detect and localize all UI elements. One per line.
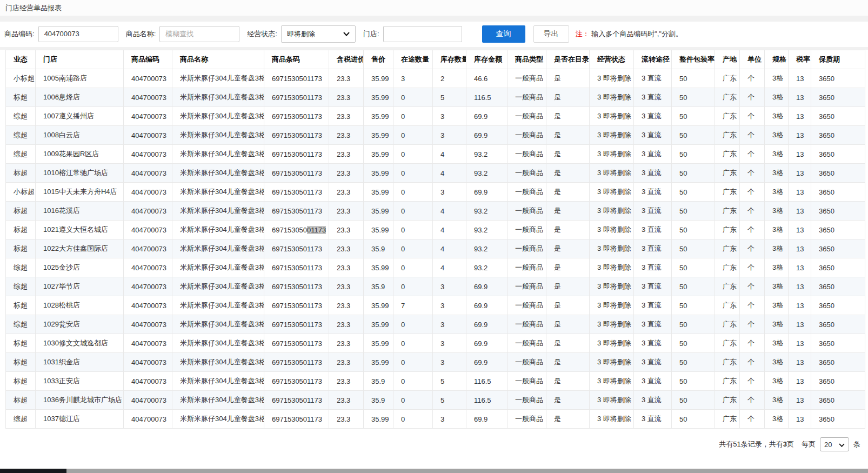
cell-type: 一般商品 bbox=[508, 107, 546, 126]
cell-in_transit: 0 bbox=[393, 164, 433, 183]
cell-channel: 3 直流 bbox=[634, 334, 672, 353]
status-select[interactable]: 即将删除 bbox=[281, 25, 356, 43]
cell-price: 35.99 bbox=[364, 183, 393, 202]
status-select-value: 即将删除 bbox=[287, 29, 315, 39]
table-row: 综超1008白云店404700073米斯米豚仔304儿童餐盘3格69715305… bbox=[6, 126, 865, 145]
table-row: 小标超1015中天未来方舟H4店404700073米斯米豚仔304儿童餐盘3格6… bbox=[6, 183, 865, 202]
cell-status: 3 即将删除 bbox=[590, 372, 634, 391]
cell-in_catalog: 是 bbox=[546, 69, 590, 88]
pagination-bar: 共有51条记录，共有3页 每页 20 条 bbox=[0, 437, 868, 451]
table-row: 标超1010榕江常驰广场店404700073米斯米豚仔304儿童餐盘3格6971… bbox=[6, 164, 865, 183]
cell-name: 米斯米豚仔304儿童餐盘3格 bbox=[172, 391, 264, 410]
note-prefix: 注： bbox=[576, 30, 590, 38]
cell-tax: 13 bbox=[789, 391, 811, 410]
cell-price_in: 23.3 bbox=[329, 239, 364, 258]
cell-shelf_life: 3650 bbox=[811, 372, 865, 391]
cell-stock_amt: 46.6 bbox=[466, 69, 508, 88]
cell-tax: 13 bbox=[789, 410, 811, 429]
search-button[interactable]: 查询 bbox=[482, 25, 525, 43]
cell-type: 一般商品 bbox=[508, 239, 546, 258]
cell-shelf_life: 3650 bbox=[811, 145, 865, 164]
cell-in_transit: 0 bbox=[393, 145, 433, 164]
cell-unit: 个 bbox=[740, 107, 765, 126]
cell-type: 一般商品 bbox=[508, 202, 546, 221]
per-page-select[interactable]: 20 bbox=[820, 437, 849, 451]
cell-in_catalog: 是 bbox=[546, 277, 590, 296]
column-header-shelf_life: 保质期 bbox=[811, 50, 865, 69]
cell-unit: 个 bbox=[740, 372, 765, 391]
cell-shelf_life: 3650 bbox=[811, 221, 865, 239]
cell-price_in: 23.3 bbox=[329, 126, 364, 145]
cell-unit: 个 bbox=[740, 296, 765, 315]
cell-code: 404700073 bbox=[124, 315, 172, 334]
cell-unit: 个 bbox=[740, 334, 765, 353]
cell-stock_qty: 4 bbox=[433, 164, 466, 183]
table-row: 综超1029瓮安店404700073米斯米豚仔304儿童餐盘3格69715305… bbox=[6, 315, 865, 334]
cell-spec: 3格 bbox=[765, 221, 789, 239]
cell-name: 米斯米豚仔304儿童餐盘3格 bbox=[172, 258, 264, 277]
cell-channel: 3 直流 bbox=[634, 410, 672, 429]
horizontal-scrollbar-track[interactable] bbox=[0, 469, 868, 473]
cell-unit: 个 bbox=[740, 145, 765, 164]
cell-barcode: 6971530501173 bbox=[264, 277, 329, 296]
cell-price_in: 23.3 bbox=[329, 315, 364, 334]
column-header-type: 商品类型 bbox=[508, 50, 546, 69]
selected-text: 01173 bbox=[307, 226, 326, 234]
cell-in_catalog: 是 bbox=[546, 315, 590, 334]
cell-status: 3 即将删除 bbox=[590, 391, 634, 410]
cell-name: 米斯米豚仔304儿童餐盘3格 bbox=[172, 372, 264, 391]
cell-yetai: 标超 bbox=[6, 353, 36, 372]
cell-barcode: 6971530501173 bbox=[264, 372, 329, 391]
cell-price_in: 23.3 bbox=[329, 410, 364, 429]
cell-type: 一般商品 bbox=[508, 164, 546, 183]
cell-status: 3 即将删除 bbox=[590, 334, 634, 353]
cell-code: 404700073 bbox=[124, 126, 172, 145]
cell-in_catalog: 是 bbox=[546, 353, 590, 372]
cell-shelf_life: 3650 bbox=[811, 258, 865, 277]
cell-price_in: 23.3 bbox=[329, 372, 364, 391]
cell-price: 35.99 bbox=[364, 107, 393, 126]
cell-shelf_life: 3650 bbox=[811, 410, 865, 429]
cell-store: 1033正安店 bbox=[36, 372, 124, 391]
horizontal-scrollbar-thumb[interactable] bbox=[0, 469, 66, 473]
cell-unit: 个 bbox=[740, 202, 765, 221]
cell-stock_amt: 93.2 bbox=[466, 202, 508, 221]
cell-barcode: 6971530501173 bbox=[264, 239, 329, 258]
cell-price: 35.9 bbox=[364, 277, 393, 296]
cell-name: 米斯米豚仔304儿童餐盘3格 bbox=[172, 183, 264, 202]
product-code-input[interactable] bbox=[38, 26, 118, 42]
cell-tax: 13 bbox=[789, 202, 811, 221]
cell-origin: 广东 bbox=[715, 145, 740, 164]
table-row: 综超1037德江店404700073米斯米豚仔304儿童餐盘3格69715305… bbox=[6, 410, 865, 429]
cell-stock_amt: 116.5 bbox=[466, 372, 508, 391]
cell-shelf_life: 3650 bbox=[811, 277, 865, 296]
cell-status: 3 即将删除 bbox=[590, 221, 634, 239]
cell-yetai: 标超 bbox=[6, 164, 36, 183]
cell-stock_qty: 3 bbox=[433, 183, 466, 202]
cell-status: 3 即将删除 bbox=[590, 353, 634, 372]
column-header-unit: 单位 bbox=[740, 50, 765, 69]
cell-stock_amt: 93.2 bbox=[466, 164, 508, 183]
cell-store: 1016花溪店 bbox=[36, 202, 124, 221]
cell-in_transit: 0 bbox=[393, 221, 433, 239]
column-header-store: 门店 bbox=[36, 50, 124, 69]
cell-name: 米斯米豚仔304儿童餐盘3格 bbox=[172, 145, 264, 164]
export-button[interactable]: 导出 bbox=[533, 25, 569, 43]
cell-price: 35.99 bbox=[364, 69, 393, 88]
cell-shelf_life: 3650 bbox=[811, 353, 865, 372]
product-name-input[interactable] bbox=[159, 26, 239, 42]
product-name-label: 商品名称: bbox=[126, 29, 156, 39]
cell-status: 3 即将删除 bbox=[590, 88, 634, 107]
cell-code: 404700073 bbox=[124, 334, 172, 353]
cell-channel: 3 直流 bbox=[634, 221, 672, 239]
cell-in_catalog: 是 bbox=[546, 164, 590, 183]
store-input[interactable] bbox=[383, 26, 462, 42]
cell-stock_qty: 3 bbox=[433, 107, 466, 126]
cell-code: 404700073 bbox=[124, 258, 172, 277]
cell-channel: 3 直流 bbox=[634, 296, 672, 315]
title-divider bbox=[0, 16, 868, 22]
cell-type: 一般商品 bbox=[508, 277, 546, 296]
cell-in_transit: 0 bbox=[393, 88, 433, 107]
cell-yetai: 标超 bbox=[6, 88, 36, 107]
table-row: 标超1036务川麒龙城市广场店404700073米斯米豚仔304儿童餐盘3格69… bbox=[6, 391, 865, 410]
